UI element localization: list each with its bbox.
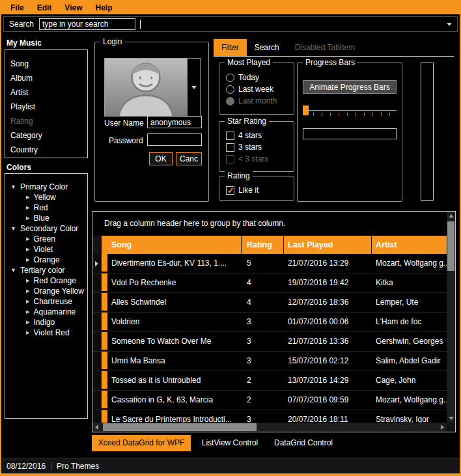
tab-datagrid-control[interactable]: DataGrid Control xyxy=(269,435,338,451)
tree-expander-icon[interactable] xyxy=(26,319,30,326)
list-item-playlist[interactable]: Playlist xyxy=(5,100,87,114)
tree-node-orange[interactable]: Orange xyxy=(5,255,87,265)
cell-song: Umri Ma Bansa xyxy=(107,352,242,371)
tree-node-aquamarine[interactable]: Aquamarine xyxy=(5,307,87,317)
search-label: Search xyxy=(4,20,39,29)
column-header-song[interactable]: Song xyxy=(107,236,242,254)
datagrid: Drag a column header here to group by th… xyxy=(92,211,456,432)
tree-expander-icon[interactable] xyxy=(26,257,30,263)
column-header-last-played[interactable]: Last Played xyxy=(284,236,372,254)
scroll-up-button[interactable] xyxy=(447,212,455,220)
list-item-country[interactable]: Country xyxy=(5,143,87,157)
vertical-scrollbar[interactable] xyxy=(447,212,455,423)
slider-thumb[interactable] xyxy=(303,105,309,115)
table-row[interactable]: Cassation in G, K. 63, Marcia 2 07/07/20… xyxy=(92,391,447,410)
username-input[interactable] xyxy=(147,116,202,128)
tree-node-orange-yellow[interactable]: Orange Yellow xyxy=(5,286,87,296)
tree-expander-icon[interactable] xyxy=(26,194,30,201)
grid-indent-header xyxy=(102,236,107,254)
horizontal-scroll-thumb[interactable] xyxy=(103,423,257,431)
checkbox-less-3-stars: < 3 stars xyxy=(226,154,268,164)
tree-expander-icon[interactable] xyxy=(26,298,30,305)
radio-icon xyxy=(226,97,234,105)
list-item-category[interactable]: Category xyxy=(5,128,87,143)
tree-node-red-orange[interactable]: Red Orange xyxy=(5,275,87,286)
tree-node-label: Secondary Color xyxy=(20,224,78,233)
cell-artist: Gershwin, Georges xyxy=(372,332,447,351)
password-input[interactable] xyxy=(147,133,202,146)
radio-label: Today xyxy=(238,73,259,82)
list-item-song[interactable]: Song xyxy=(5,57,87,71)
cell-last-played: 21/07/2016 13:36 xyxy=(284,332,372,351)
radio-today[interactable]: Today xyxy=(226,72,259,83)
tab-listview-control[interactable]: ListView Control xyxy=(195,435,265,451)
tree-expander-icon[interactable] xyxy=(26,204,30,211)
table-row[interactable]: Tossed as it is Untroubled 2 13/07/2016 … xyxy=(92,371,447,391)
radio-last-week[interactable]: Last week xyxy=(226,84,273,94)
tree-expander-icon[interactable] xyxy=(26,236,30,242)
cell-artist: Mozart, Wolfgang g... xyxy=(372,391,447,410)
tree-node-blue[interactable]: Blue xyxy=(5,213,87,223)
slider[interactable] xyxy=(303,104,397,119)
table-row[interactable]: Vdol Po Rechenke 4 19/07/2016 19:42 Kitk… xyxy=(92,273,447,293)
search-input[interactable] xyxy=(39,18,135,30)
scroll-down-button[interactable] xyxy=(447,414,455,423)
tree-expander-icon[interactable] xyxy=(26,329,30,336)
column-header-rating[interactable]: Rating xyxy=(242,236,284,254)
ok-button[interactable]: OK xyxy=(149,152,173,165)
tree-expander-icon[interactable] xyxy=(10,268,16,273)
tree-node-chartreuse[interactable]: Chartreuse xyxy=(5,296,87,307)
tree-node-yellow[interactable]: Yellow xyxy=(5,192,87,203)
slider-ticks xyxy=(305,113,397,116)
scroll-left-button[interactable] xyxy=(92,423,101,432)
table-row[interactable]: Le Sacre du Printemps Introducti... 3 20… xyxy=(92,410,447,423)
row-selector-strip xyxy=(102,313,107,331)
list-item-album[interactable]: Album xyxy=(5,71,87,85)
table-row[interactable]: Divertimento Es-dur, KV 113, 1.... 5 21/… xyxy=(92,254,447,273)
tree-expander-icon[interactable] xyxy=(10,184,16,190)
triangle-right-icon xyxy=(441,425,444,430)
tree-node-red[interactable]: Red xyxy=(5,203,87,213)
tree-node-green[interactable]: Green xyxy=(5,234,87,244)
menu-edit[interactable]: Edit xyxy=(31,1,59,14)
cell-last-played: 20/07/2016 18:11 xyxy=(284,410,372,423)
tree-expander-icon[interactable] xyxy=(26,215,30,221)
column-header-artist[interactable]: Artist xyxy=(372,236,447,254)
colors-tree: Primary Color Yellow Red Blue Secondary … xyxy=(5,173,88,419)
tree-node-indigo[interactable]: Indigo xyxy=(5,317,87,328)
table-row[interactable]: Voldrien 3 01/07/2016 00:06 L'Ham de foc xyxy=(92,313,447,332)
scroll-right-button[interactable] xyxy=(438,423,447,432)
menu-file[interactable]: File xyxy=(4,1,31,14)
vertical-scroll-thumb[interactable] xyxy=(447,221,454,271)
chevron-down-icon[interactable] xyxy=(447,23,452,26)
row-selector-strip xyxy=(102,410,107,423)
checkbox-3-stars[interactable]: 3 stars xyxy=(226,142,262,152)
table-row[interactable]: Someone To Watch Over Me 3 21/07/2016 13… xyxy=(92,332,447,352)
tab-search[interactable]: Search xyxy=(247,39,287,56)
checkbox-like-it[interactable]: Like it xyxy=(226,185,258,195)
table-row[interactable]: Umri Ma Bansa 3 15/07/2016 02:12 Salim, … xyxy=(92,352,447,371)
checkbox-4-stars[interactable]: 4 stars xyxy=(226,130,262,141)
tree-expander-icon[interactable] xyxy=(26,288,30,294)
tree-node-primary-color[interactable]: Primary Color xyxy=(5,182,87,192)
tab-filter[interactable]: Filter xyxy=(214,39,247,56)
horizontal-scrollbar[interactable] xyxy=(92,423,447,432)
list-item-artist[interactable]: Artist xyxy=(5,85,87,100)
tree-expander-icon[interactable] xyxy=(26,277,30,284)
menu-view[interactable]: View xyxy=(58,1,89,14)
tab-xceed-datagrid[interactable]: Xceed DataGrid for WPF xyxy=(92,435,191,451)
tree-expander-icon[interactable] xyxy=(26,309,30,315)
menu-help[interactable]: Help xyxy=(89,1,119,14)
avatar-dropdown-button[interactable] xyxy=(187,59,200,116)
cancel-button[interactable]: Canc xyxy=(176,152,202,165)
tree-node-violet-red[interactable]: Violet Red xyxy=(5,328,87,338)
animate-progress-button[interactable]: Animate Progress Bars xyxy=(303,80,397,94)
avatar-combobox[interactable] xyxy=(104,58,201,117)
tree-node-violet[interactable]: Violet xyxy=(5,244,87,255)
tree-expander-icon[interactable] xyxy=(10,226,16,232)
tree-node-secondary-color[interactable]: Secondary Color xyxy=(5,223,87,234)
tree-node-tertiary-color[interactable]: Tertiary color xyxy=(5,265,87,275)
table-row[interactable]: Alles Schwindel 4 12/07/2016 18:36 Lempe… xyxy=(92,293,447,313)
tree-expander-icon[interactable] xyxy=(26,246,30,253)
triangle-left-icon xyxy=(95,425,98,430)
